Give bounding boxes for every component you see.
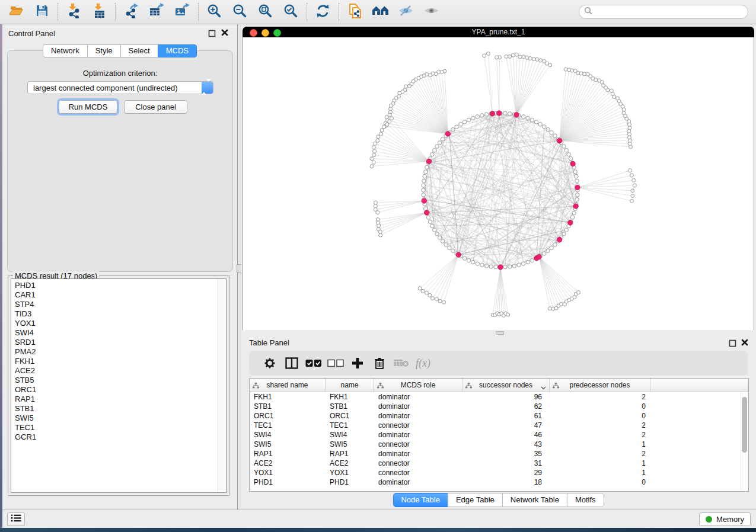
column-header-successor-nodes[interactable]: successor nodes <box>462 379 550 392</box>
task-history-button[interactable] <box>7 512 25 526</box>
table-cell: STB1 <box>326 402 374 411</box>
table-cell: connector <box>374 421 462 430</box>
table-cell: 62 <box>462 402 550 411</box>
optimization-criterion-dropdown[interactable]: largest connected component (undirected) <box>27 81 213 94</box>
mcds-result-item[interactable]: STB1 <box>15 404 226 414</box>
duplicate-network-button[interactable] <box>342 2 368 22</box>
refresh-button[interactable] <box>310 2 336 22</box>
tab-select[interactable]: Select <box>120 44 158 57</box>
mcds-result-item[interactable]: ACE2 <box>15 366 226 376</box>
close-table-panel-button[interactable] <box>741 338 749 347</box>
mcds-result-item[interactable]: TID3 <box>15 309 226 319</box>
shared-column-icon <box>377 382 384 390</box>
maximize-window-traffic-light[interactable] <box>273 29 281 37</box>
table-row[interactable]: ORC1ORC1dominator610 <box>250 411 748 421</box>
export-image-button[interactable] <box>170 2 195 22</box>
table-scrollbar[interactable] <box>741 392 748 491</box>
mcds-result-item[interactable]: SRD1 <box>15 338 226 347</box>
minimize-window-traffic-light[interactable] <box>261 29 269 37</box>
table-cell: ACE2 <box>250 459 326 467</box>
table-row[interactable]: SWI4SWI4dominator462 <box>250 430 748 440</box>
mcds-result-item[interactable]: GCR1 <box>15 432 226 442</box>
import-table-icon <box>92 3 107 21</box>
mcds-result-item[interactable]: PMA2 <box>15 347 226 357</box>
table-row[interactable]: STB1STB1dominator620 <box>250 402 748 411</box>
mcds-result-item[interactable]: CAR1 <box>15 290 226 300</box>
table-row[interactable]: RAP1RAP1dominator352 <box>250 449 748 459</box>
first-neighbors-button[interactable] <box>368 2 393 22</box>
mcds-result-item[interactable]: YOX1 <box>15 319 226 328</box>
zoom-selected-button[interactable] <box>278 2 304 22</box>
close-panel-button[interactable] <box>221 28 229 37</box>
mcds-result-item[interactable]: ORC1 <box>15 385 226 395</box>
shared-column-icon <box>465 382 472 390</box>
export-network-button[interactable] <box>119 2 144 22</box>
tab-node-table[interactable]: Node Table <box>393 493 448 507</box>
column-header-shared-name[interactable]: shared name <box>250 379 326 392</box>
delete-column-button[interactable] <box>368 354 390 372</box>
float-table-panel-button[interactable] <box>729 339 736 347</box>
close-panel-button-mcds[interactable]: Close panel <box>124 100 187 114</box>
list-icon <box>11 514 21 525</box>
mcds-result-item[interactable]: STB5 <box>15 376 226 385</box>
horizontal-splitter[interactable] <box>241 330 756 335</box>
import-table-button[interactable] <box>87 2 112 22</box>
show-all-button[interactable] <box>419 2 444 22</box>
table-options-button[interactable] <box>259 354 280 372</box>
tab-motifs[interactable]: Motifs <box>567 493 604 507</box>
close-window-traffic-light[interactable] <box>250 29 257 37</box>
open-file-button[interactable] <box>4 2 29 22</box>
mcds-result-item[interactable]: FKH1 <box>15 357 226 366</box>
float-panel-button[interactable] <box>208 29 216 37</box>
deselect-all-button[interactable] <box>324 354 346 372</box>
memory-button[interactable]: Memory <box>699 512 751 526</box>
add-column-button[interactable] <box>346 354 368 372</box>
column-header-predecessor-nodes[interactable]: predecessor nodes <box>550 379 650 392</box>
mcds-result-item[interactable]: SWI5 <box>15 414 226 423</box>
table-row[interactable]: TEC1TEC1connector472 <box>250 421 748 430</box>
tab-edge-table[interactable]: Edge Table <box>448 493 503 507</box>
mcds-list-scrollbar[interactable] <box>218 279 226 492</box>
import-network-button[interactable] <box>61 2 87 22</box>
table-row[interactable]: YOX1YOX1connector291 <box>250 468 748 477</box>
table-row[interactable]: FKH1FKH1dominator962 <box>250 392 748 402</box>
zoom-in-button[interactable] <box>202 2 227 22</box>
hide-selected-button[interactable] <box>393 2 419 22</box>
splitter-grip[interactable] <box>496 331 504 335</box>
search-input[interactable] <box>595 7 748 17</box>
mcds-result-item[interactable]: SWI4 <box>15 328 226 338</box>
search-field[interactable] <box>579 5 748 19</box>
network-canvas[interactable] <box>243 37 754 331</box>
table-cell: 2 <box>550 450 650 458</box>
table-cell: 1 <box>550 459 650 467</box>
zoom-fit-button[interactable] <box>253 2 278 22</box>
table-cell: connector <box>374 459 462 467</box>
table-row[interactable]: SWI5SWI5connector431 <box>250 440 748 449</box>
column-header-MCDS-role[interactable]: MCDS role <box>374 379 462 392</box>
zoom-out-button[interactable] <box>227 2 253 22</box>
tab-network[interactable]: Network <box>43 44 88 57</box>
network-window-titlebar[interactable]: YPA_prune.txt_1 <box>243 27 754 37</box>
select-all-button[interactable] <box>302 354 324 372</box>
tab-mcds[interactable]: MCDS <box>158 44 197 57</box>
column-header-name[interactable]: name <box>326 379 374 392</box>
mcds-result-item[interactable]: STP4 <box>15 300 226 309</box>
mcds-result-item[interactable]: PHD1 <box>15 281 226 290</box>
tab-style[interactable]: Style <box>87 44 121 57</box>
mcds-result-item[interactable]: RAP1 <box>15 395 226 404</box>
table-cell: dominator <box>374 450 462 458</box>
tab-network-table[interactable]: Network Table <box>502 493 567 507</box>
table-body: FKH1FKH1dominator962STB1STB1dominator620… <box>250 392 748 487</box>
show-column-button[interactable] <box>280 354 302 372</box>
table-row[interactable]: PHD1PHD1dominator180 <box>250 477 748 487</box>
network-graph[interactable] <box>243 37 754 329</box>
table-row[interactable]: ACE2ACE2connector311 <box>250 459 748 468</box>
save-session-button[interactable] <box>29 2 55 22</box>
table-cell: 0 <box>550 478 650 486</box>
export-table-button[interactable] <box>144 2 170 22</box>
run-mcds-button[interactable]: Run MCDS <box>59 100 117 114</box>
mcds-result-item[interactable]: TEC1 <box>15 423 226 432</box>
table-panel-title: Table Panel <box>249 338 289 347</box>
table-scrollbar-thumb[interactable] <box>742 397 747 453</box>
column-header-label: successor nodes <box>479 381 532 389</box>
